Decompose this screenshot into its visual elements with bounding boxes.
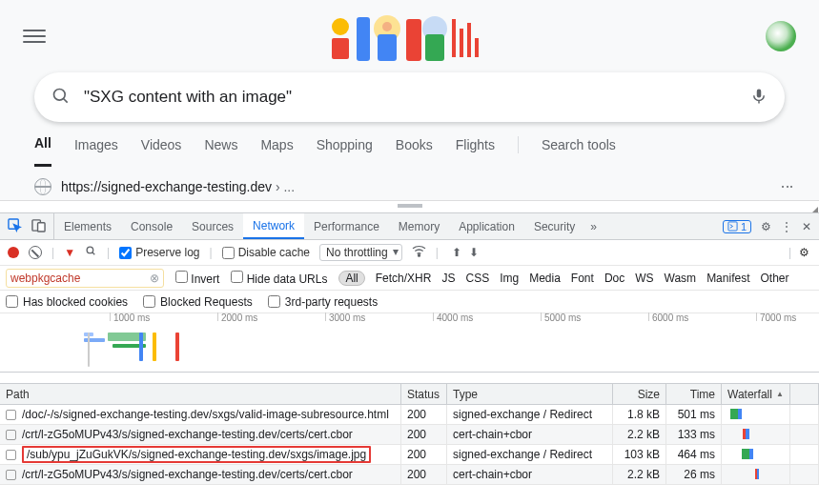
row-checkbox[interactable]	[6, 430, 16, 440]
profile-avatar[interactable]	[766, 21, 796, 51]
filter-input[interactable]	[10, 272, 150, 285]
network-conditions-icon[interactable]	[412, 245, 426, 260]
col-size[interactable]: Size	[613, 384, 666, 404]
settings-icon[interactable]: ⚙	[761, 220, 771, 233]
import-har-icon[interactable]: ⬆	[452, 246, 461, 259]
disable-cache-checkbox[interactable]: Disable cache	[222, 246, 310, 259]
clear-filter-icon[interactable]: ⊗	[150, 272, 159, 285]
type-chip-ws[interactable]: WS	[635, 272, 653, 285]
svg-line-18	[92, 252, 94, 254]
request-time: 26 ms	[666, 465, 722, 484]
overview-strip	[0, 373, 819, 384]
type-chip-doc[interactable]: Doc	[604, 272, 624, 285]
request-status: 200	[401, 465, 447, 484]
row-checkbox[interactable]	[6, 450, 16, 460]
inspect-icon[interactable]	[8, 218, 22, 235]
console-errors-badge[interactable]: 1	[723, 220, 751, 233]
panel-tab-performance[interactable]: Performance	[304, 213, 389, 239]
network-table: Path Status Type Size Time Waterfall /do…	[0, 384, 819, 485]
more-tabs-icon[interactable]: »	[584, 220, 603, 233]
header	[0, 0, 819, 67]
mic-icon[interactable]	[750, 86, 768, 110]
search-box[interactable]	[34, 72, 785, 122]
filter-input-box[interactable]: ⊗	[6, 269, 164, 288]
export-har-icon[interactable]: ⬇	[469, 246, 479, 259]
panel-tab-sources[interactable]: Sources	[182, 213, 243, 239]
device-toggle-icon[interactable]	[31, 218, 46, 235]
panel-tab-console[interactable]: Console	[121, 213, 182, 239]
col-status[interactable]: Status	[401, 384, 447, 404]
devtools-resize-handle[interactable]	[0, 201, 819, 211]
row-end	[790, 445, 819, 464]
search-page: All Images Videos News Maps Shopping Boo…	[0, 0, 819, 201]
panel-tab-network[interactable]: Network	[243, 213, 304, 239]
panel-tab-memory[interactable]: Memory	[389, 213, 449, 239]
hamburger-icon[interactable]	[23, 30, 46, 43]
request-status: 200	[401, 405, 447, 424]
col-waterfall[interactable]: Waterfall	[722, 384, 790, 404]
col-path[interactable]: Path	[0, 384, 401, 404]
tab-flights[interactable]: Flights	[456, 137, 495, 166]
result-overflow-icon[interactable]: ⋮	[785, 180, 790, 194]
type-chip-media[interactable]: Media	[529, 272, 561, 285]
network-settings-icon[interactable]: ⚙	[799, 246, 809, 259]
tab-shopping[interactable]: Shopping	[317, 137, 373, 166]
table-row[interactable]: /doc/-/s/signed-exchange-testing.dev/sxg…	[0, 405, 819, 425]
search-result[interactable]: https://signed-exchange-testing.dev › ..…	[0, 167, 819, 199]
col-type[interactable]: Type	[447, 384, 613, 404]
search-tools[interactable]: Search tools	[542, 137, 616, 166]
type-chip-font[interactable]: Font	[571, 272, 594, 285]
filter-toggle-icon[interactable]: ▼	[64, 246, 75, 259]
request-type: signed-exchange / Redirect	[447, 445, 613, 464]
hide-data-urls-checkbox[interactable]: Hide data URLs	[231, 271, 327, 286]
record-icon[interactable]	[8, 247, 19, 258]
preserve-log-checkbox[interactable]: Preserve log	[119, 246, 199, 259]
blocked-requests-checkbox[interactable]: Blocked Requests	[143, 295, 253, 309]
row-checkbox[interactable]	[6, 410, 16, 420]
google-doodle[interactable]	[63, 10, 748, 63]
request-status: 200	[401, 425, 447, 444]
close-devtools-icon[interactable]: ✕	[802, 220, 811, 233]
throttling-select[interactable]: No throttling	[319, 244, 402, 261]
panel-tab-elements[interactable]: Elements	[54, 213, 121, 239]
type-chip-css[interactable]: CSS	[465, 272, 489, 285]
globe-icon	[34, 178, 51, 195]
blocked-cookies-checkbox[interactable]: Has blocked cookies	[6, 295, 128, 309]
type-chip-other[interactable]: Other	[760, 272, 788, 285]
invert-checkbox[interactable]: Invert	[175, 271, 219, 286]
tab-images[interactable]: Images	[74, 137, 118, 166]
table-row[interactable]: /crt/l-zG5oMUPv43/s/signed-exchange-test…	[0, 425, 819, 445]
tab-all[interactable]: All	[34, 135, 51, 167]
col-time[interactable]: Time	[666, 384, 722, 404]
request-size: 2.2 kB	[613, 425, 666, 444]
third-party-checkbox[interactable]: 3rd-party requests	[268, 295, 378, 309]
clear-icon[interactable]	[29, 246, 42, 259]
request-time: 133 ms	[666, 425, 722, 444]
type-chip-img[interactable]: Img	[500, 272, 519, 285]
table-row[interactable]: /crt/l-zG5oMUPv43/s/signed-exchange-test…	[0, 465, 819, 485]
network-filter-row: ⊗ Invert Hide data URLs AllFetch/XHRJSCS…	[0, 266, 819, 291]
row-checkbox[interactable]	[6, 470, 16, 480]
panel-tab-application[interactable]: Application	[449, 213, 524, 239]
search-icon	[51, 87, 71, 109]
type-chip-js[interactable]: JS	[441, 272, 455, 285]
request-path: /doc/-/s/signed-exchange-testing.dev/sxg…	[22, 408, 389, 421]
panel-tab-security[interactable]: Security	[524, 213, 584, 239]
tab-maps[interactable]: Maps	[260, 137, 293, 166]
tab-books[interactable]: Books	[396, 137, 433, 166]
search-input[interactable]	[84, 88, 737, 107]
overflow-icon[interactable]: ⋮	[781, 220, 792, 233]
type-chip-fetchxhr[interactable]: Fetch/XHR	[376, 272, 432, 285]
type-chip-all[interactable]: All	[338, 271, 364, 286]
search-toggle-icon[interactable]	[85, 245, 97, 260]
svg-rect-15	[38, 222, 46, 231]
type-chip-wasm[interactable]: Wasm	[665, 272, 697, 285]
network-timeline[interactable]: 1000 ms2000 ms3000 ms4000 ms5000 ms6000 …	[0, 313, 819, 373]
type-chip-manifest[interactable]: Manifest	[706, 272, 749, 285]
timeline-tick: 2000 ms	[217, 312, 257, 321]
table-row[interactable]: /sub/ypu_jZuGukVK/s/signed-exchange-test…	[0, 445, 819, 465]
request-status: 200	[401, 445, 447, 464]
row-end	[790, 405, 819, 424]
tab-videos[interactable]: Videos	[141, 137, 182, 166]
tab-news[interactable]: News	[204, 137, 237, 166]
